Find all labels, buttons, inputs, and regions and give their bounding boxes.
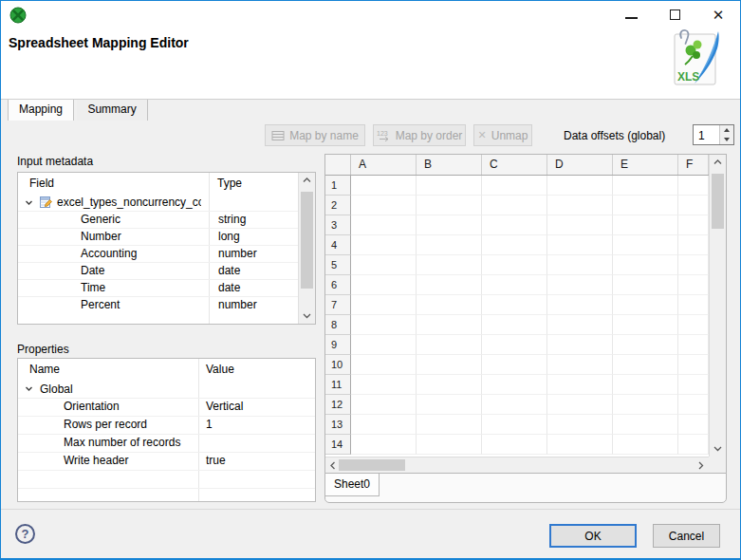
grid-cell[interactable] [547, 335, 613, 355]
grid-horizontal-scrollbar[interactable] [325, 457, 709, 473]
grid-row-header-12[interactable]: 12 [325, 395, 351, 415]
grid-cell[interactable] [678, 215, 709, 235]
metadata-field-row[interactable]: Number long [18, 228, 315, 245]
grid-cell[interactable] [417, 176, 482, 196]
grid-cell[interactable] [678, 315, 709, 335]
grid-cell[interactable] [547, 196, 613, 215]
grid-cell[interactable] [547, 295, 613, 315]
grid-row-header-3[interactable]: 3 [325, 215, 351, 235]
grid-cell[interactable] [482, 355, 547, 375]
metadata-field-row[interactable]: Percent number [18, 296, 315, 313]
scrollbar-thumb[interactable] [339, 459, 405, 471]
grid-column-header-c[interactable]: C [482, 155, 547, 175]
grid-cell[interactable] [547, 395, 613, 415]
grid-row-header-5[interactable]: 5 [325, 255, 351, 275]
scrollbar-thumb[interactable] [301, 192, 313, 289]
grid-cell[interactable] [417, 235, 482, 255]
grid-cell[interactable] [482, 176, 547, 196]
grid-cell[interactable] [482, 275, 547, 295]
grid-cell[interactable] [351, 295, 417, 315]
properties-group-row[interactable]: Global [18, 380, 315, 398]
grid-cell[interactable] [613, 415, 678, 435]
grid-cell[interactable] [678, 255, 709, 275]
grid-cell[interactable] [351, 415, 417, 435]
grid-cell[interactable] [678, 275, 709, 295]
grid-cell[interactable] [482, 335, 547, 355]
grid-cell[interactable] [417, 395, 482, 415]
grid-cell[interactable] [613, 235, 678, 255]
data-offsets-spinner[interactable]: 1 [693, 124, 734, 145]
map-by-order-button[interactable]: 123 Map by order [373, 124, 466, 146]
grid-cell[interactable] [417, 295, 482, 315]
grid-cell[interactable] [678, 375, 709, 395]
grid-cell[interactable] [482, 235, 547, 255]
grid-cell[interactable] [351, 176, 417, 196]
grid-cell[interactable] [678, 196, 709, 215]
grid-cell[interactable] [613, 176, 678, 196]
grid-row-header-9[interactable]: 9 [325, 335, 351, 355]
grid-column-header-d[interactable]: D [547, 155, 613, 175]
grid-cell[interactable] [351, 255, 417, 275]
grid-cell[interactable] [613, 215, 678, 235]
grid-cell[interactable] [547, 275, 613, 295]
grid-cell[interactable] [351, 335, 417, 355]
chevron-down-icon[interactable] [25, 384, 33, 393]
grid-column-header-f[interactable]: F [678, 155, 709, 175]
ok-button[interactable]: OK [549, 524, 637, 548]
grid-cell[interactable] [482, 435, 547, 455]
chevron-down-icon[interactable] [25, 198, 33, 207]
property-row[interactable]: Rows per record 1 [18, 416, 315, 434]
grid-cell[interactable] [613, 375, 678, 395]
grid-cell[interactable] [351, 395, 417, 415]
grid-cell[interactable] [613, 255, 678, 275]
help-button[interactable]: ? [15, 524, 35, 544]
scroll-right-button[interactable] [694, 457, 709, 473]
grid-cell[interactable] [547, 176, 613, 196]
unmap-button[interactable]: ✕ Unmap [473, 124, 532, 146]
scroll-down-button[interactable] [710, 441, 726, 457]
grid-cell[interactable] [482, 295, 547, 315]
grid-cell[interactable] [351, 196, 417, 215]
grid-cell[interactable] [547, 355, 613, 375]
grid-row-header-4[interactable]: 4 [325, 235, 351, 255]
grid-row-header-7[interactable]: 7 [325, 295, 351, 315]
grid-cell[interactable] [678, 415, 709, 435]
grid-cell[interactable] [678, 395, 709, 415]
grid-cell[interactable] [482, 255, 547, 275]
metadata-field-row[interactable]: Date date [18, 262, 315, 279]
grid-row-header-10[interactable]: 10 [325, 355, 351, 375]
close-button[interactable]: ✕ [699, 1, 737, 28]
grid-row-header-8[interactable]: 8 [325, 315, 351, 335]
grid-cell[interactable] [482, 415, 547, 435]
grid-cell[interactable] [547, 215, 613, 235]
grid-cell[interactable] [482, 395, 547, 415]
grid-row-header-6[interactable]: 6 [325, 275, 351, 295]
grid-column-header-a[interactable]: A [351, 155, 417, 175]
grid-cell[interactable] [417, 196, 482, 215]
maximize-button[interactable] [656, 1, 694, 28]
scroll-down-button[interactable] [299, 308, 315, 324]
grid-row-header-1[interactable]: 1 [325, 176, 351, 196]
cancel-button[interactable]: Cancel [653, 524, 720, 548]
grid-cell[interactable] [417, 315, 482, 335]
grid-cell[interactable] [613, 295, 678, 315]
grid-cell[interactable] [351, 215, 417, 235]
grid-cell[interactable] [417, 435, 482, 455]
grid-cell[interactable] [547, 235, 613, 255]
grid-cell[interactable] [678, 235, 709, 255]
grid-cell[interactable] [547, 255, 613, 275]
grid-cell[interactable] [417, 215, 482, 235]
grid-row-header-13[interactable]: 13 [325, 415, 351, 435]
grid-cell[interactable] [547, 415, 613, 435]
grid-cell[interactable] [417, 355, 482, 375]
scrollbar-thumb[interactable] [712, 174, 724, 229]
grid-cell[interactable] [482, 375, 547, 395]
grid-cell[interactable] [417, 275, 482, 295]
grid-column-header-b[interactable]: B [417, 155, 482, 175]
grid-vertical-scrollbar[interactable] [709, 155, 726, 457]
grid-cell[interactable] [547, 435, 613, 455]
scroll-up-button[interactable] [299, 173, 315, 188]
grid-cell[interactable] [613, 196, 678, 215]
tab-mapping[interactable]: Mapping [8, 100, 74, 121]
grid-cell[interactable] [547, 375, 613, 395]
